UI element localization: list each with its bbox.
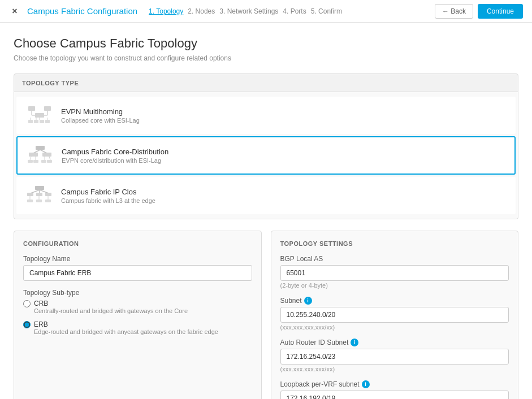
topology-info-campus-fabric-core-distribution: Campus Fabric Core-Distribution EVPN cor… bbox=[62, 148, 505, 164]
svg-rect-7 bbox=[28, 120, 33, 123]
main-content: Choose Campus Fabric Topology Choose the… bbox=[0, 23, 532, 399]
app-title: Campus Fabric Configuration bbox=[27, 6, 137, 16]
radio-item-erb: ERB Edge-routed and bridged with anycast… bbox=[23, 320, 252, 335]
svg-line-20 bbox=[30, 157, 31, 160]
info-icon-loopback-per-vrf-subnet[interactable]: i bbox=[362, 380, 370, 388]
configuration-panel: CONFIGURATION Topology Name Topology Sub… bbox=[14, 231, 262, 399]
radio-item-crb: CRB Centrally-routed and bridged with ga… bbox=[23, 299, 252, 314]
field-label-subnet: Subnet i bbox=[280, 297, 509, 305]
svg-rect-27 bbox=[47, 160, 52, 163]
bottom-panels: CONFIGURATION Topology Name Topology Sub… bbox=[14, 231, 518, 399]
field-hint-bgp-local-as: (2-byte or 4-byte) bbox=[280, 282, 509, 289]
breadcrumb-step-5[interactable]: 5. Confirm bbox=[311, 7, 342, 15]
continue-button[interactable]: Continue bbox=[478, 4, 523, 19]
field-group-subnet: Subnet i (xxx.xxx.xxx.xxx/xx) bbox=[280, 297, 509, 331]
subtype-label: Topology Sub-type bbox=[23, 289, 252, 297]
field-input-subnet[interactable] bbox=[280, 307, 509, 323]
topology-desc-evpn-multihoming: Collapsed core with ESI-Lag bbox=[61, 117, 506, 124]
radio-label-crb: CRB bbox=[34, 300, 48, 307]
radio-erb[interactable] bbox=[23, 321, 31, 328]
svg-rect-9 bbox=[40, 120, 44, 123]
topology-settings-panel: TOPOLOGY SETTINGS BGP Local AS (2-byte o… bbox=[271, 231, 519, 399]
svg-rect-4 bbox=[35, 113, 44, 118]
field-label-auto-router-id-subnet: Auto Router ID Subnet i bbox=[280, 339, 509, 346]
radio-label-erb: ERB bbox=[34, 320, 48, 328]
info-icon-subnet[interactable]: i bbox=[304, 297, 312, 305]
svg-rect-39 bbox=[36, 200, 42, 202]
nav-actions: ← Back Continue bbox=[435, 4, 523, 19]
radio-label-group-crb: CRB Centrally-routed and bridged with ga… bbox=[34, 299, 188, 314]
topology-item-evpn-multihoming[interactable]: EVPN Multihoming Collapsed core with ESI… bbox=[16, 97, 516, 134]
topology-name-evpn-multihoming: EVPN Multihoming bbox=[61, 107, 506, 116]
svg-rect-28 bbox=[35, 186, 44, 190]
svg-rect-15 bbox=[36, 146, 45, 150]
topology-name-input[interactable] bbox=[23, 265, 252, 281]
svg-rect-25 bbox=[33, 160, 38, 163]
svg-rect-18 bbox=[29, 153, 38, 157]
topology-item-campus-fabric-ip-clos[interactable]: Campus Fabric IP Clos Campus fabric with… bbox=[16, 177, 516, 214]
radio-desc-erb: Edge-routed and bridged with anycast gat… bbox=[34, 328, 218, 335]
field-input-bgp-local-as[interactable] bbox=[280, 265, 509, 281]
page-title: Choose Campus Fabric Topology bbox=[14, 36, 518, 51]
field-hint-auto-router-id-subnet: (xxx.xxx.xxx.xxx/xx) bbox=[280, 366, 509, 372]
field-input-auto-router-id-subnet[interactable] bbox=[280, 349, 509, 365]
topology-section-label: TOPOLOGY TYPE bbox=[21, 80, 80, 86]
topology-info-campus-fabric-ip-clos: Campus Fabric IP Clos Campus fabric with… bbox=[61, 188, 506, 204]
svg-line-23 bbox=[49, 157, 50, 160]
back-button[interactable]: ← Back bbox=[435, 4, 473, 19]
field-group-bgp-local-as: BGP Local AS (2-byte or 4-byte) bbox=[280, 255, 509, 289]
topology-name-label: Topology Name bbox=[23, 255, 252, 263]
topology-name-campus-fabric-core-distribution: Campus Fabric Core-Distribution bbox=[62, 148, 505, 156]
subtype-group: Topology Sub-type CRB Centrally-routed a… bbox=[23, 289, 252, 335]
topology-type-section: TOPOLOGY TYPE EVPN Multihoming Collapsed… bbox=[14, 73, 518, 219]
close-button[interactable]: × bbox=[9, 6, 20, 17]
breadcrumb-step-4[interactable]: 4. Ports bbox=[283, 7, 306, 15]
breadcrumb-step-3[interactable]: 3. Network Settings bbox=[219, 7, 278, 15]
page-subtitle: Choose the topology you want to construc… bbox=[14, 54, 518, 62]
radio-desc-crb: Centrally-routed and bridged with gatewa… bbox=[34, 307, 188, 314]
topology-icon-campus-fabric-ip-clos bbox=[26, 184, 53, 207]
topology-settings-fields: BGP Local AS (2-byte or 4-byte) Subnet i… bbox=[280, 255, 509, 399]
svg-rect-10 bbox=[45, 120, 50, 123]
subtype-radio-group: CRB Centrally-routed and bridged with ga… bbox=[23, 299, 252, 335]
svg-rect-33 bbox=[36, 193, 42, 196]
field-group-loopback-per-vrf-subnet: Loopback per-VRF subnet i (xxx.xxx.xxx.x… bbox=[280, 380, 509, 399]
svg-rect-0 bbox=[28, 106, 35, 111]
field-label-bgp-local-as: BGP Local AS bbox=[280, 255, 509, 263]
svg-rect-34 bbox=[45, 193, 51, 196]
svg-rect-26 bbox=[41, 160, 46, 163]
field-label-loopback-per-vrf-subnet: Loopback per-VRF subnet i bbox=[280, 380, 509, 388]
breadcrumb-nav: 1. Topology 2. Nodes 3. Network Settings… bbox=[149, 7, 428, 15]
topology-icon-evpn-multihoming bbox=[26, 104, 53, 127]
topology-info-evpn-multihoming: EVPN Multihoming Collapsed core with ESI… bbox=[61, 107, 506, 124]
svg-rect-1 bbox=[44, 106, 51, 111]
topology-icon-campus-fabric-core-distribution bbox=[27, 144, 54, 167]
topology-desc-campus-fabric-ip-clos: Campus fabric with L3 at the edge bbox=[61, 197, 506, 204]
svg-rect-8 bbox=[34, 120, 38, 123]
topology-name-group: Topology Name bbox=[23, 255, 252, 281]
field-group-auto-router-id-subnet: Auto Router ID Subnet i (xxx.xxx.xxx.xxx… bbox=[280, 339, 509, 372]
configuration-panel-title: CONFIGURATION bbox=[23, 240, 252, 247]
field-hint-subnet: (xxx.xxx.xxx.xxx/xx) bbox=[280, 324, 509, 331]
field-input-loopback-per-vrf-subnet[interactable] bbox=[280, 391, 509, 399]
breadcrumb-step-2[interactable]: 2. Nodes bbox=[188, 7, 215, 15]
topology-desc-campus-fabric-core-distribution: EVPN core/distribution with ESI-Lag bbox=[62, 157, 505, 164]
top-nav: × Campus Fabric Configuration 1. Topolog… bbox=[0, 0, 532, 23]
radio-crb[interactable] bbox=[23, 300, 31, 307]
svg-rect-38 bbox=[27, 200, 33, 202]
svg-rect-24 bbox=[28, 160, 33, 163]
radio-label-group-erb: ERB Edge-routed and bridged with anycast… bbox=[34, 320, 218, 335]
info-icon-auto-router-id-subnet[interactable]: i bbox=[351, 339, 358, 346]
topology-settings-title: TOPOLOGY SETTINGS bbox=[280, 240, 509, 247]
topology-item-campus-fabric-core-distribution[interactable]: Campus Fabric Core-Distribution EVPN cor… bbox=[16, 136, 516, 175]
svg-rect-40 bbox=[45, 200, 51, 202]
topology-list: EVPN Multihoming Collapsed core with ESI… bbox=[14, 92, 518, 219]
svg-rect-19 bbox=[42, 153, 51, 157]
breadcrumb-step-1[interactable]: 1. Topology bbox=[149, 7, 183, 15]
svg-rect-32 bbox=[27, 193, 33, 196]
topology-name-campus-fabric-ip-clos: Campus Fabric IP Clos bbox=[61, 188, 506, 196]
